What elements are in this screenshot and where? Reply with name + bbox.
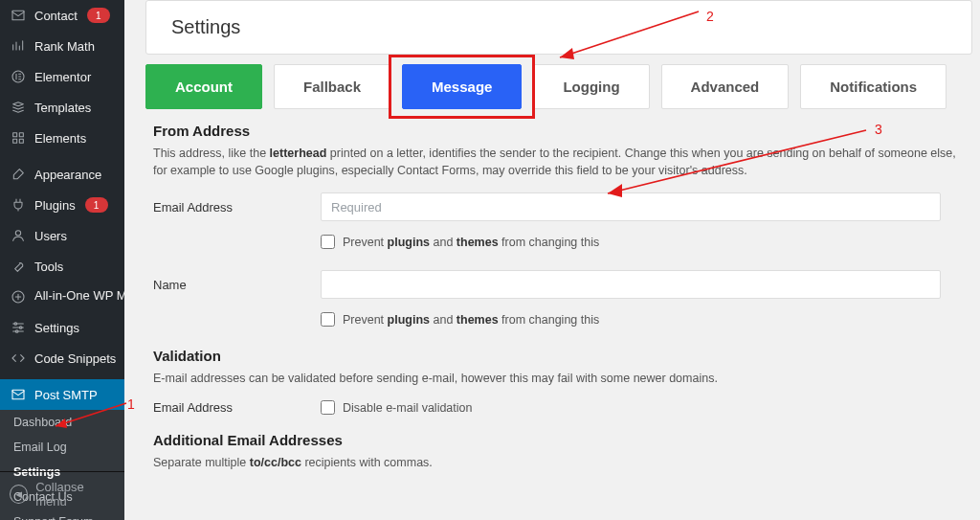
- mail-icon: [10, 386, 27, 403]
- svg-rect-11: [12, 390, 24, 398]
- sidebar-label: Users: [34, 229, 67, 243]
- svg-point-1: [12, 71, 24, 82]
- prevent-name-override-checkbox[interactable]: [321, 312, 335, 327]
- from-address-heading: From Address: [153, 123, 972, 139]
- sidebar-item-appearance[interactable]: Appearance: [0, 159, 124, 190]
- arrows-icon: [10, 288, 27, 305]
- user-icon: [10, 227, 27, 244]
- chart-icon: [10, 37, 27, 55]
- sidebar-label: Elementor: [34, 70, 91, 84]
- email-address-label: Email Address: [153, 200, 321, 215]
- submenu-item-email-log[interactable]: Email Log: [0, 435, 124, 460]
- sidebar-item-settings[interactable]: Settings: [0, 312, 124, 343]
- sidebar-item-tools[interactable]: Tools: [0, 251, 124, 282]
- mail-icon: [10, 7, 27, 24]
- sidebar-item-users[interactable]: Users: [0, 220, 124, 251]
- sidebar-item-code-snippets[interactable]: Code Snippets: [0, 343, 124, 373]
- prevent-email-override-row: Prevent plugins and themes from changing…: [321, 235, 972, 249]
- sidebar-label: All-in-One WP Migration: [34, 288, 124, 304]
- settings-tabs: Account Fallback Message Logging Advance…: [145, 64, 972, 109]
- sidebar-label: Templates: [34, 101, 91, 115]
- sidebar-item-rank-math[interactable]: Rank Math: [0, 31, 124, 61]
- main-content: Settings Account Fallback Message Loggin…: [124, 0, 980, 520]
- sidebar-item-elements[interactable]: Elements: [0, 123, 124, 153]
- tab-advanced[interactable]: Advanced: [661, 64, 790, 109]
- admin-sidebar: Contact 1 Rank Math Elementor Templates …: [0, 0, 124, 520]
- svg-rect-4: [13, 139, 17, 143]
- svg-point-6: [15, 231, 20, 236]
- annotation-number-1: 1: [127, 396, 135, 412]
- name-label: Name: [153, 278, 321, 292]
- sidebar-label: Rank Math: [34, 39, 95, 54]
- sidebar-label: Contact: [34, 9, 78, 23]
- sidebar-item-aio-migration[interactable]: All-in-One WP Migration: [0, 282, 124, 312]
- wrench-icon: [10, 258, 27, 275]
- name-row: Name: [153, 270, 972, 299]
- validation-row: Email Address Disable e-mail validation: [153, 400, 972, 415]
- svg-rect-2: [13, 133, 17, 137]
- tab-fallback[interactable]: Fallback: [274, 64, 390, 109]
- sidebar-label: Code Snippets: [34, 351, 116, 366]
- prevent-name-override-row: Prevent plugins and themes from changing…: [321, 312, 972, 327]
- tab-account[interactable]: Account: [145, 64, 262, 109]
- name-input[interactable]: [321, 270, 941, 299]
- tab-logging[interactable]: Logging: [533, 64, 649, 109]
- sidebar-label: Plugins: [34, 198, 76, 213]
- sidebar-label: Tools: [34, 260, 63, 274]
- code-icon: [10, 350, 27, 367]
- grid-icon: [10, 129, 27, 147]
- sliders-icon: [10, 319, 27, 336]
- submenu-item-dashboard[interactable]: Dashboard: [0, 410, 124, 435]
- count-badge: 1: [85, 197, 108, 213]
- svg-rect-0: [12, 11, 24, 19]
- tab-message[interactable]: Message: [402, 64, 522, 109]
- sidebar-item-elementor[interactable]: Elementor: [0, 61, 124, 92]
- disable-validation-row: Disable e-mail validation: [321, 400, 472, 415]
- validation-heading: Validation: [153, 348, 972, 364]
- stack-icon: [10, 99, 27, 116]
- disable-validation-label: Disable e-mail validation: [343, 401, 472, 415]
- validation-desc: E-mail addresses can be validated before…: [153, 370, 972, 387]
- prevent-override-label: Prevent plugins and themes from changing…: [343, 313, 599, 327]
- sidebar-item-contact[interactable]: Contact 1: [0, 0, 124, 31]
- svg-rect-3: [19, 133, 23, 137]
- sidebar-label: Settings: [34, 321, 79, 335]
- sidebar-label: Elements: [34, 131, 86, 146]
- collapse-label: Collapse menu: [35, 480, 115, 509]
- prevent-email-override-checkbox[interactable]: [321, 235, 335, 249]
- annotation-number-2: 2: [706, 9, 714, 24]
- elementor-icon: [10, 68, 27, 85]
- email-address-input[interactable]: [321, 192, 941, 221]
- count-badge: 1: [87, 8, 110, 23]
- brush-icon: [10, 166, 27, 183]
- from-address-desc: This address, like the letterhead printe…: [153, 145, 972, 179]
- validation-email-label: Email Address: [153, 400, 321, 415]
- sidebar-item-plugins[interactable]: Plugins 1: [0, 190, 124, 220]
- sidebar-label: Appearance: [34, 168, 101, 182]
- collapse-menu-button[interactable]: ◄ Collapse menu: [0, 471, 124, 516]
- page-title: Settings: [145, 0, 972, 55]
- sidebar-label: Post SMTP: [34, 388, 98, 402]
- sidebar-item-templates[interactable]: Templates: [0, 92, 124, 123]
- additional-addresses-heading: Additional Email Addresses: [153, 432, 972, 448]
- prevent-override-label: Prevent plugins and themes from changing…: [343, 236, 599, 249]
- chevron-left-icon: ◄: [10, 485, 28, 504]
- email-address-row: Email Address: [153, 192, 972, 221]
- sidebar-item-post-smtp[interactable]: Post SMTP: [0, 379, 124, 410]
- additional-addresses-desc: Separate multiple to/cc/bcc recipients w…: [153, 454, 972, 471]
- svg-rect-5: [19, 139, 23, 143]
- plug-icon: [10, 196, 27, 214]
- disable-validation-checkbox[interactable]: [321, 400, 335, 415]
- tab-notifications[interactable]: Notifications: [800, 64, 947, 109]
- annotation-number-3: 3: [875, 122, 882, 137]
